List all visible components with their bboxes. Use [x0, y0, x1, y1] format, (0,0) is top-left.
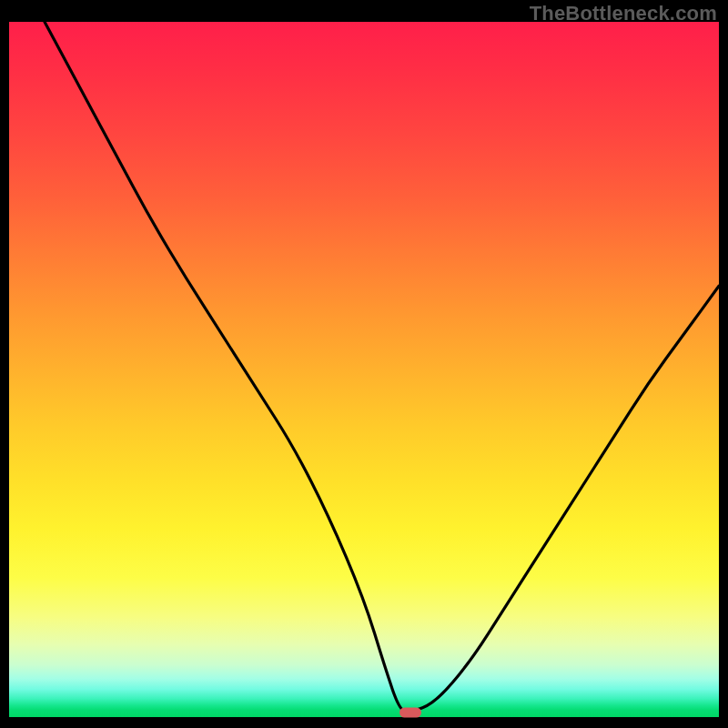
- chart-frame: TheBottleneck.com: [0, 0, 728, 728]
- curve-svg: [9, 22, 719, 717]
- plot-area: [9, 22, 719, 717]
- watermark-text: TheBottleneck.com: [530, 2, 717, 25]
- bottleneck-curve-path: [45, 22, 719, 712]
- minimum-marker: [399, 707, 421, 717]
